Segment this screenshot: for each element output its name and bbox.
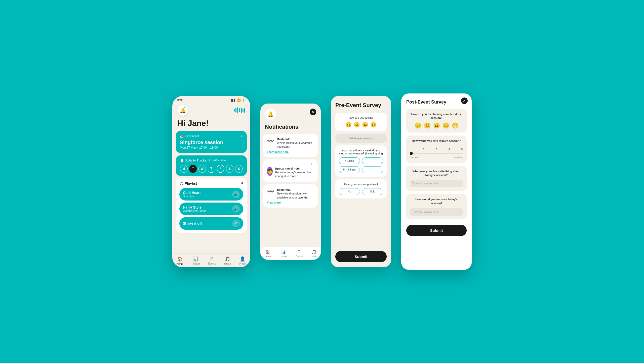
notif-sender-2: [group name] note: — [275, 167, 300, 170]
notification-item-1: 〰️ Biiah note: Why is linking your weara… — [263, 134, 318, 157]
mic-button-2[interactable]: 🎤 — [232, 205, 240, 213]
next-event-header: 📅 Next event ↗ — [180, 135, 243, 138]
notif-text-3: New virtual session now available in you… — [277, 192, 308, 199]
notifications-nav: 🏠 Home 📊 Tracker 🗓 Events 🎵 Mus — [260, 247, 321, 260]
mic-button-3[interactable]: 🔍 — [232, 220, 240, 227]
wave-icon-1: 〰️ — [267, 137, 274, 144]
day-circles: M T W T F S S — [180, 165, 243, 173]
rating-label-min: Not great — [410, 156, 419, 158]
freq-other-button[interactable] — [362, 157, 383, 164]
status-time: 8:30 — [177, 98, 183, 102]
signal-icon: ▐▌▌ — [230, 99, 236, 102]
wave-icon-3: 〰️ — [267, 188, 274, 195]
nav-home[interactable]: 🏠 Home — [176, 256, 183, 265]
notif-home-icon: 🏠 — [265, 250, 270, 254]
nav-events-label: Events — [208, 262, 216, 265]
wifi-icon: 📶 — [237, 98, 241, 102]
pre-survey-submit-button[interactable]: Submit — [335, 251, 387, 262]
emoji-sad[interactable]: 😕 — [354, 122, 360, 128]
post-emoji-happy[interactable]: 😊 — [442, 122, 449, 129]
notifications-list: 〰️ Biiah note: Why is linking your weara… — [260, 134, 321, 244]
song-item-3[interactable]: Shake it off 🔍 — [179, 217, 243, 230]
post-survey-close-button[interactable]: ✕ — [461, 97, 468, 104]
pre-event-survey-panel: Pre-Event Survey How are you feeling 😠 😕… — [331, 96, 391, 267]
day-F[interactable]: F — [217, 165, 224, 173]
rating-slider[interactable] — [410, 153, 463, 154]
nav-events[interactable]: 🗓 Events — [208, 256, 216, 265]
notifications-title: Notifications — [260, 124, 321, 134]
post-survey-scroll: How do you feel having completed the ses… — [406, 109, 467, 270]
emoji-neutral[interactable]: 😐 — [362, 122, 368, 128]
emoji-happy[interactable]: 🙂 — [370, 122, 377, 128]
day-W[interactable]: W — [198, 165, 206, 173]
emoji-angry[interactable]: 😠 — [345, 122, 352, 128]
activity-view-label: 7-day view — [212, 158, 226, 162]
nav-music-label: Music — [224, 262, 231, 265]
song-artist-1: Dua Lipa — [183, 195, 201, 198]
post-emoji-angry[interactable]: 😠 — [415, 122, 421, 129]
song-item-1[interactable]: Cold Heart Dua Lipa 🎤 — [179, 188, 243, 201]
sung-solo-button[interactable]: Solo — [362, 188, 383, 195]
freq-5-9-button[interactable]: 5 – 9 times — [339, 166, 360, 173]
pre-q4-text: Have you ever sung in front — [339, 183, 383, 186]
nav-tracker[interactable]: 📊 Tracker — [191, 256, 200, 265]
day-S[interactable]: S — [226, 165, 234, 173]
notif-nav-events[interactable]: 🗓 Events — [296, 250, 303, 258]
day-S2[interactable]: S — [235, 165, 243, 173]
song-item-2[interactable]: Harry Style Watermelon Sugar 🎤 — [179, 203, 243, 215]
sung-no-button[interactable]: No — [339, 188, 360, 195]
battery-icon: 🔋 — [242, 98, 245, 102]
notif-bell-icon: 🔔 — [265, 109, 276, 120]
post-survey-title: Post-Event Survey — [406, 100, 467, 105]
post-event-survey-panel: ✕ Post-Event Survey How do you feel havi… — [401, 93, 472, 270]
home-icon: 🏠 — [177, 256, 183, 262]
post-emoji-sad[interactable]: 😕 — [424, 122, 431, 129]
nav-home-label: Home — [176, 262, 183, 265]
next-event-date: Mon 27 May • 17:00 – 18:00 — [180, 146, 243, 149]
notification-bell[interactable]: 🔔 — [177, 105, 188, 116]
pre-q3-text: How many times a week do you sing on an … — [339, 149, 383, 155]
post-survey-submit-button[interactable]: Submit — [406, 225, 467, 236]
notif-view-more-3[interactable]: View more — [267, 201, 314, 204]
day-T[interactable]: T — [189, 165, 197, 173]
notifications-panel: 🔔 ✕ Notifications 〰️ Biiah note: Why is … — [260, 104, 321, 260]
post-emoji-neutral[interactable]: 😐 — [433, 122, 440, 129]
external-link-icon[interactable]: ↗ — [240, 135, 243, 138]
post-q1-emoji-row: 😠 😕 😐 😊 😁 — [410, 122, 463, 129]
notification-item-2: 2 d 🧑 [group name] note: Room for today'… — [263, 159, 318, 182]
day-T2[interactable]: T — [208, 165, 215, 173]
notif-nav-events-label: Events — [296, 255, 303, 257]
notif-link-1[interactable]: Learn more here — [267, 150, 314, 153]
pre-survey-freq-card: How many times a week do you sing on an … — [335, 145, 387, 177]
pre-survey-feeling-card: How are you feeling 😠 😕 😐 🙂 — [335, 113, 387, 131]
nav-profile[interactable]: 👤 Profile — [239, 256, 246, 265]
day-M[interactable]: M — [180, 165, 188, 173]
notif-nav-music[interactable]: 🎵 Mus — [311, 250, 316, 258]
status-bar: 8:30 ▐▌▌ 📶 🔋 — [172, 96, 250, 103]
notifications-close-button[interactable]: ✕ — [310, 109, 316, 115]
mic-button-1[interactable]: 🎤 — [232, 190, 240, 198]
music-nav-icon: 🎵 — [225, 256, 230, 262]
song-artist-2: Watermelon Sugar — [183, 209, 206, 212]
notif-nav-tracker[interactable]: 📊 Tracker — [279, 250, 287, 258]
notif-nav-home[interactable]: 🏠 Home — [265, 250, 271, 258]
post-emoji-great[interactable]: 😁 — [452, 122, 459, 129]
tracker-icon: 📋 — [180, 158, 184, 162]
freq-other2-button[interactable] — [362, 166, 383, 173]
next-event-card: 📅 Next event ↗ Singforce session Mon 27 … — [176, 131, 247, 153]
nav-tracker-label: Tracker — [191, 262, 200, 265]
freq-options: < 1 time 5 – 9 times — [339, 157, 383, 173]
events-icon: 🗓 — [210, 256, 214, 261]
pre-q1-text: How are you feeling — [339, 116, 383, 119]
post-q4-input[interactable]: Type your answer here. — [410, 208, 463, 216]
nav-music[interactable]: 🎵 Music — [224, 256, 231, 265]
freq-less-1-button[interactable]: < 1 time — [339, 157, 360, 164]
notif-nav-music-label: Mus — [312, 255, 316, 258]
playlist-external-icon[interactable]: ↗ — [240, 181, 243, 185]
next-event-title: Singforce session — [180, 140, 243, 145]
notif-avatar-2: 🧑 — [267, 167, 273, 176]
rating-section[interactable]: 1 2 3 4 5 Not great Amazing — [410, 146, 463, 159]
post-q3-input[interactable]: Type your answer here. — [410, 180, 463, 187]
activity-tracker-card: 📋 Activity Tracker | 7-day view M T W T … — [176, 155, 247, 176]
playlist-card: 🎵 Playlist ↗ Cold Heart Dua Lipa 🎤 Harry… — [176, 178, 247, 233]
